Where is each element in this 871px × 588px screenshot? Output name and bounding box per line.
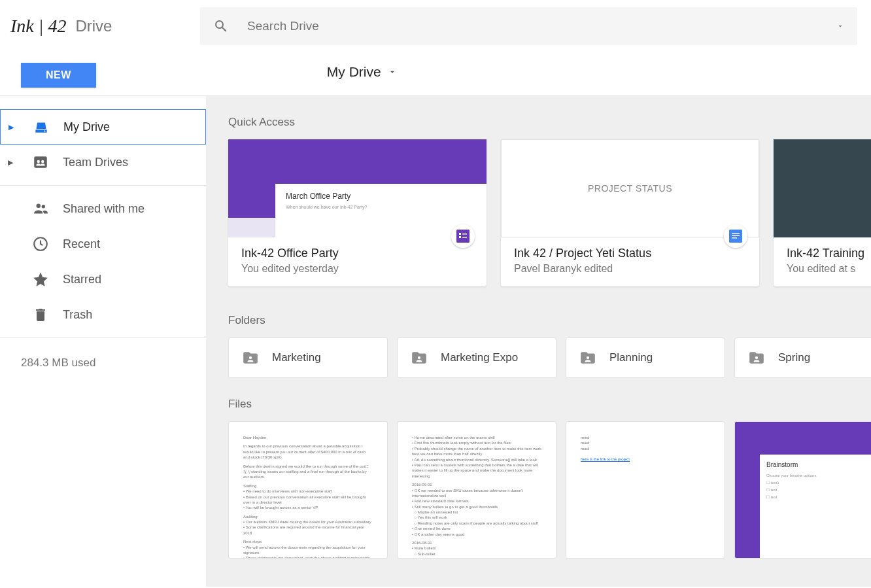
quick-card[interactable]: March Office Party When should we have o… <box>228 139 487 286</box>
file-type-badge <box>724 224 747 248</box>
search-icon <box>213 18 229 34</box>
team-icon <box>31 153 50 171</box>
svg-rect-14 <box>732 235 740 237</box>
sidebar-item-team-drives[interactable]: ▶ Team Drives <box>0 145 206 180</box>
sidebar-item-my-drive[interactable]: ▶ My Drive <box>0 109 206 145</box>
search-input[interactable] <box>247 19 818 33</box>
folder-shared-icon <box>242 349 259 366</box>
svg-rect-10 <box>459 236 461 238</box>
svg-point-19 <box>755 356 758 359</box>
folder-card[interactable]: Marketing <box>228 337 388 378</box>
brand-logo: Ink | 42 <box>10 16 66 37</box>
folder-card[interactable]: Planning <box>566 337 725 378</box>
breadcrumb-title: My Drive <box>327 64 381 80</box>
file-card[interactable]: needneedneed here is the link to the pro… <box>566 421 725 559</box>
card-preview: March Office Party When should we have o… <box>228 139 487 237</box>
divider <box>0 185 206 186</box>
sidebar: ▶ My Drive ▶ Team Drives Shared with me <box>0 96 206 587</box>
doc-preview: Dear Hayden, In regards to our previous … <box>243 435 373 559</box>
card-subtitle: You edited at s <box>787 263 871 275</box>
sidebar-item-recent[interactable]: Recent <box>0 226 206 262</box>
svg-point-2 <box>37 160 40 163</box>
expand-icon[interactable]: ▶ <box>8 158 18 167</box>
card-title: Ink-42 Office Party <box>241 247 473 260</box>
file-card[interactable]: Brainstorm Choose your favorite options … <box>734 421 871 559</box>
preview-subtitle: When should we have our Ink-42 Party? <box>286 205 476 209</box>
divider <box>0 337 206 338</box>
svg-point-0 <box>44 130 45 131</box>
card-title: Ink-42 Training <box>787 247 871 260</box>
doc-preview: needneedneed here is the link to the pro… <box>581 435 710 462</box>
form-icon <box>456 230 470 243</box>
search-options-icon[interactable] <box>836 22 844 30</box>
form-preview: Brainstorm Choose your favorite options … <box>760 455 871 559</box>
preview-label: PROJECT STATUS <box>588 183 672 194</box>
sidebar-item-label: Team Drives <box>63 156 128 169</box>
logo-area: Ink | 42 Drive <box>10 16 200 37</box>
quick-access-row: March Office Party When should we have o… <box>228 139 871 286</box>
svg-rect-11 <box>462 237 467 238</box>
card-subtitle: Pavel Baranyk edited <box>514 263 746 275</box>
people-icon <box>31 199 50 218</box>
svg-point-3 <box>41 160 44 163</box>
folder-name: Marketing <box>272 351 321 364</box>
sidebar-item-label: Trash <box>63 308 92 322</box>
svg-point-5 <box>42 205 45 208</box>
folder-shared-icon <box>579 349 596 366</box>
svg-rect-15 <box>732 237 737 239</box>
clock-icon <box>31 235 50 253</box>
folder-shared-icon <box>748 349 765 366</box>
file-card[interactable]: Dear Hayden, In regards to our previous … <box>228 421 388 559</box>
quick-card[interactable]: PROJECT STATUS Ink 42 / Project Yeti Sta… <box>501 139 759 286</box>
svg-rect-8 <box>459 233 461 235</box>
svg-rect-13 <box>732 233 740 234</box>
files-header: Files <box>228 398 871 411</box>
app-name: Drive <box>75 17 112 35</box>
sidebar-item-label: My Drive <box>63 120 110 134</box>
preview-title: Brainstorm <box>766 461 871 468</box>
chevron-down-icon <box>388 67 397 77</box>
star-icon <box>31 270 50 288</box>
svg-point-4 <box>37 203 41 208</box>
file-card[interactable]: • Home decorated after some on the teams… <box>397 421 556 559</box>
svg-point-17 <box>418 356 420 359</box>
doc-preview: • Home decorated after some on the teams… <box>412 435 541 557</box>
folder-name: Planning <box>609 351 653 364</box>
search-bar[interactable] <box>200 7 857 45</box>
svg-point-16 <box>249 356 252 359</box>
sidebar-item-shared[interactable]: Shared with me <box>0 191 206 226</box>
svg-rect-9 <box>462 233 467 235</box>
storage-used: 284.3 MB used <box>0 343 206 370</box>
folders-row: Marketing Marketing Expo Planning Spring <box>228 337 871 378</box>
svg-point-18 <box>587 356 589 359</box>
action-row: NEW My Drive <box>0 52 871 92</box>
svg-rect-1 <box>34 156 47 167</box>
sidebar-item-trash[interactable]: Trash <box>0 297 206 332</box>
folder-name: Spring <box>778 351 810 364</box>
main-content: Quick Access March Office Party When sho… <box>206 96 871 587</box>
folders-header: Folders <box>228 314 871 327</box>
folder-card[interactable]: Spring <box>734 337 871 378</box>
sidebar-item-label: Recent <box>63 237 100 251</box>
sidebar-item-starred[interactable]: Starred <box>0 262 206 297</box>
card-title: Ink 42 / Project Yeti Status <box>514 247 746 260</box>
sidebar-item-label: Shared with me <box>63 202 145 216</box>
folder-shared-icon <box>411 349 428 366</box>
preview-subtitle: Choose your favorite options <box>766 474 871 477</box>
doc-icon <box>729 230 742 243</box>
folder-card[interactable]: Marketing Expo <box>397 337 556 378</box>
sidebar-item-label: Starred <box>63 273 101 286</box>
new-button[interactable]: NEW <box>21 63 96 88</box>
file-type-badge <box>451 224 475 248</box>
folder-name: Marketing Expo <box>441 351 518 364</box>
header: Ink | 42 Drive <box>0 0 871 52</box>
card-preview: Welcome to the Ink-42 team! We're happy … <box>774 139 871 237</box>
card-preview: PROJECT STATUS <box>501 139 759 237</box>
drive-icon <box>32 118 50 136</box>
card-subtitle: You edited yesterday <box>241 263 473 275</box>
breadcrumb[interactable]: My Drive <box>327 64 397 80</box>
expand-icon[interactable]: ▶ <box>9 123 19 131</box>
trash-icon <box>31 305 50 324</box>
quick-card[interactable]: Welcome to the Ink-42 team! We're happy … <box>774 139 871 286</box>
preview-title: March Office Party <box>286 192 476 201</box>
